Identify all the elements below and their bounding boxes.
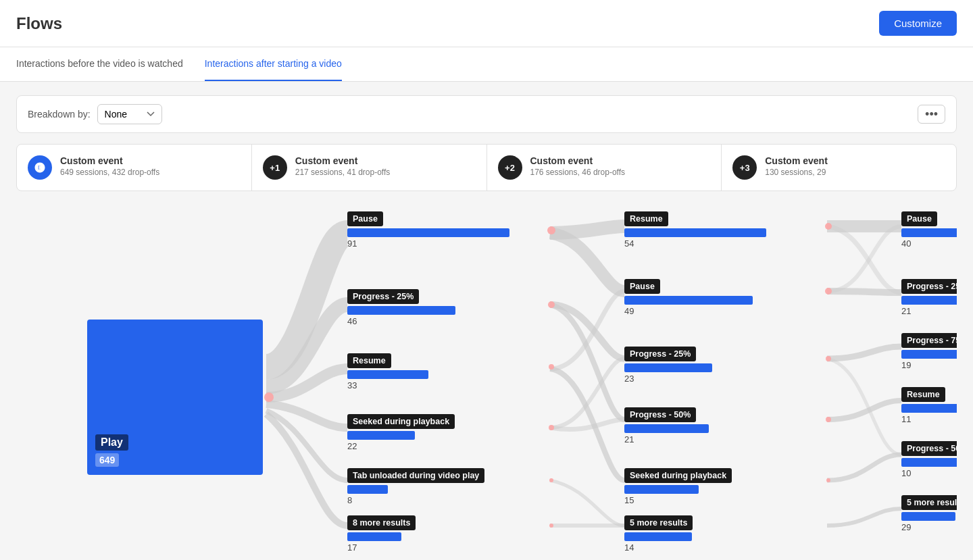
svg-point-5 <box>549 478 553 482</box>
flow-diagram: Play 649 Pause91Progress - 25%46Resume33… <box>16 205 957 556</box>
flow-node[interactable]: Progress - 25%23 <box>624 347 712 384</box>
node-bar <box>347 228 509 237</box>
node-count: 49 <box>624 306 753 316</box>
event-name-2: Custom event <box>530 155 626 166</box>
node-label: Progress - 25% <box>347 289 419 304</box>
flow-node[interactable]: 5 more results14 <box>624 515 693 553</box>
controls-bar: Breakdown by: None Browser Device Countr… <box>16 95 957 133</box>
event-icon-2: +2 <box>498 155 522 180</box>
flow-node[interactable]: Seeked during playback15 <box>624 468 732 505</box>
node-count: 14 <box>624 542 693 553</box>
breakdown-label: Breakdown by: <box>28 109 91 120</box>
flow-node[interactable]: Seeked during playback22 <box>347 414 455 451</box>
event-text-3: Custom event 130 sessions, 29 <box>765 155 828 177</box>
flow-node[interactable]: Pause49 <box>624 279 753 316</box>
svg-point-3 <box>549 364 554 370</box>
svg-point-8 <box>825 288 832 295</box>
node-bar <box>901 296 957 305</box>
node-count: 54 <box>624 238 766 249</box>
node-label: Resume <box>347 353 391 368</box>
svg-point-7 <box>825 223 832 230</box>
node-label: 5 more results <box>901 495 957 510</box>
node-count: 17 <box>347 542 416 553</box>
flow-svg-container: Play 649 Pause91Progress - 25%46Resume33… <box>16 205 957 556</box>
event-col-3: +3 Custom event 130 sessions, 29 <box>722 145 956 190</box>
node-count: 21 <box>901 306 957 316</box>
node-bar <box>624 485 699 494</box>
event-icon-3: +3 <box>732 155 757 180</box>
node-bar <box>901 350 957 359</box>
node-label: Pause <box>347 211 383 226</box>
node-label: Resume <box>624 211 668 226</box>
node-label: Seeked during playback <box>624 468 732 483</box>
more-options-button[interactable]: ••• <box>918 105 945 124</box>
flow-node[interactable]: Progress - 7519 <box>901 333 957 370</box>
node-bar <box>347 532 401 541</box>
svg-point-4 <box>549 425 554 430</box>
svg-point-6 <box>549 524 553 528</box>
node-count: 11 <box>901 414 957 424</box>
play-node[interactable]: Play 649 <box>87 320 263 475</box>
tabs-row: Interactions before the video is watched… <box>0 47 973 82</box>
flow-node[interactable]: 8 more results17 <box>347 515 416 553</box>
flow-node[interactable]: Progress - 2521 <box>901 279 957 316</box>
flow-node[interactable]: Progress - 5010 <box>901 441 957 478</box>
play-count: 649 <box>95 453 119 467</box>
node-count: 8 <box>347 495 484 505</box>
event-text-2: Custom event 176 sessions, 46 drop-offs <box>530 155 626 177</box>
node-label: Pause <box>624 279 660 294</box>
event-text-1: Custom event 217 sessions, 41 drop-offs <box>295 155 391 177</box>
breakdown-group: Breakdown by: None Browser Device Countr… <box>28 104 162 124</box>
node-label: Progress - 75 <box>901 333 957 348</box>
tab-after[interactable]: Interactions after starting a video <box>205 47 342 81</box>
node-label: Pause <box>901 211 937 226</box>
svg-point-1 <box>547 226 555 234</box>
flow-node[interactable]: Pause40 <box>901 211 957 249</box>
page-header: Flows Customize <box>0 0 973 47</box>
node-count: 15 <box>624 495 732 505</box>
event-col-0: Custom event 649 sessions, 432 drop-offs <box>17 145 252 190</box>
node-label: Seeked during playback <box>347 414 455 429</box>
node-count: 10 <box>901 468 957 478</box>
flow-node[interactable]: Progress - 50%21 <box>624 407 709 444</box>
node-bar <box>624 228 766 237</box>
event-headers: Custom event 649 sessions, 432 drop-offs… <box>16 144 957 191</box>
flow-node[interactable]: Tab unloaded during video play8 <box>347 468 484 505</box>
flow-node[interactable]: Resume11 <box>901 387 957 424</box>
event-col-2: +2 Custom event 176 sessions, 46 drop-of… <box>487 145 722 190</box>
flow-node[interactable]: Pause91 <box>347 211 509 249</box>
tab-before[interactable]: Interactions before the video is watched <box>16 47 183 81</box>
event-meta-0: 649 sessions, 432 drop-offs <box>60 168 159 177</box>
play-box: Play 649 <box>87 320 263 475</box>
node-bar <box>901 512 955 521</box>
node-count: 46 <box>347 316 455 326</box>
svg-point-2 <box>548 301 555 308</box>
node-count: 22 <box>347 441 455 451</box>
flow-node[interactable]: Resume33 <box>347 353 428 390</box>
node-label: Tab unloaded during video play <box>347 468 484 483</box>
event-name-1: Custom event <box>295 155 391 166</box>
node-bar <box>624 363 712 372</box>
node-bar <box>901 458 957 467</box>
event-icon-1: +1 <box>263 155 287 180</box>
svg-point-10 <box>826 417 831 422</box>
node-count: 29 <box>901 522 957 532</box>
node-count: 40 <box>901 238 957 249</box>
node-count: 21 <box>624 434 709 444</box>
node-count: 33 <box>347 380 428 390</box>
node-label: Progress - 25 <box>901 279 957 294</box>
node-label: Progress - 25% <box>624 347 696 361</box>
flow-node[interactable]: 5 more results29 <box>901 495 957 532</box>
svg-point-11 <box>826 478 830 482</box>
node-count: 23 <box>624 374 712 384</box>
breakdown-select[interactable]: None Browser Device Country <box>97 104 162 124</box>
event-meta-3: 130 sessions, 29 <box>765 168 828 177</box>
customize-button[interactable]: Customize <box>879 11 957 36</box>
node-label: 8 more results <box>347 515 416 530</box>
event-icon-0 <box>28 155 52 180</box>
flow-node[interactable]: Resume54 <box>624 211 766 249</box>
page-title: Flows <box>16 14 62 33</box>
node-bar <box>624 424 709 433</box>
flow-node[interactable]: Progress - 25%46 <box>347 289 455 326</box>
node-label: 5 more results <box>624 515 693 530</box>
